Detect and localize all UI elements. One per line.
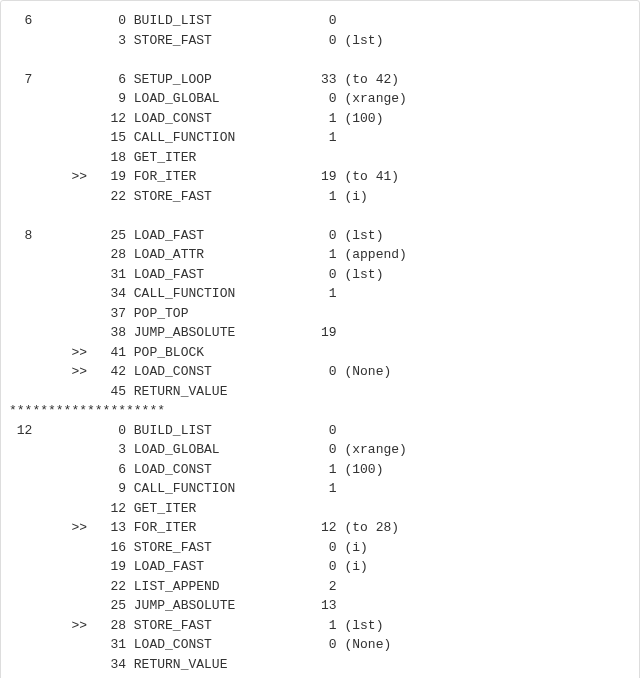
- code-line: 28 LOAD_ATTR 1 (append): [9, 245, 631, 265]
- code-line: 8 25 LOAD_FAST 0 (lst): [9, 226, 631, 246]
- code-line: 6 0 BUILD_LIST 0: [9, 11, 631, 31]
- code-line: [9, 206, 631, 226]
- code-line: 22 LIST_APPEND 2: [9, 577, 631, 597]
- code-line: 19 LOAD_FAST 0 (i): [9, 557, 631, 577]
- code-line: 22 STORE_FAST 1 (i): [9, 187, 631, 207]
- code-line: 31 LOAD_FAST 0 (lst): [9, 265, 631, 285]
- code-line: >> 19 FOR_ITER 19 (to 41): [9, 167, 631, 187]
- code-line: 9 CALL_FUNCTION 1: [9, 479, 631, 499]
- bytecode-disassembly: 6 0 BUILD_LIST 0 3 STORE_FAST 0 (lst) 7 …: [0, 0, 640, 678]
- code-line: 38 JUMP_ABSOLUTE 19: [9, 323, 631, 343]
- code-line: 45 RETURN_VALUE: [9, 382, 631, 402]
- code-line: 34 CALL_FUNCTION 1: [9, 284, 631, 304]
- code-line: 34 RETURN_VALUE: [9, 655, 631, 675]
- separator-line: ********************: [9, 401, 631, 421]
- code-line: 12 0 BUILD_LIST 0: [9, 421, 631, 441]
- code-line: 12 LOAD_CONST 1 (100): [9, 109, 631, 129]
- code-line: 12 GET_ITER: [9, 499, 631, 519]
- code-line: 25 JUMP_ABSOLUTE 13: [9, 596, 631, 616]
- code-line: >> 41 POP_BLOCK: [9, 343, 631, 363]
- code-line: >> 28 STORE_FAST 1 (lst): [9, 616, 631, 636]
- code-line: 37 POP_TOP: [9, 304, 631, 324]
- code-line: 3 STORE_FAST 0 (lst): [9, 31, 631, 51]
- code-line: 16 STORE_FAST 0 (i): [9, 538, 631, 558]
- code-line: 6 LOAD_CONST 1 (100): [9, 460, 631, 480]
- code-line: 7 6 SETUP_LOOP 33 (to 42): [9, 70, 631, 90]
- code-line: 18 GET_ITER: [9, 148, 631, 168]
- code-line: >> 13 FOR_ITER 12 (to 28): [9, 518, 631, 538]
- code-line: 9 LOAD_GLOBAL 0 (xrange): [9, 89, 631, 109]
- code-line: 31 LOAD_CONST 0 (None): [9, 635, 631, 655]
- code-line: 15 CALL_FUNCTION 1: [9, 128, 631, 148]
- code-line: [9, 50, 631, 70]
- code-line: 3 LOAD_GLOBAL 0 (xrange): [9, 440, 631, 460]
- code-line: >> 42 LOAD_CONST 0 (None): [9, 362, 631, 382]
